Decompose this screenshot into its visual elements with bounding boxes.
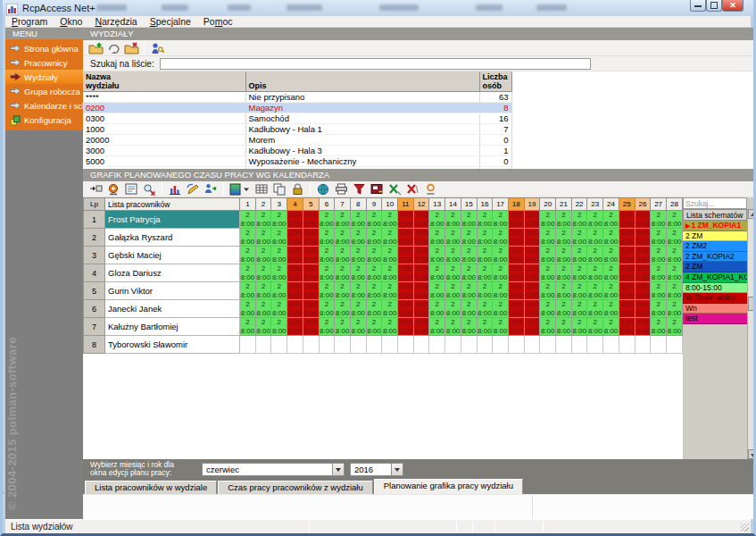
schema-item[interactable]: test <box>683 314 747 324</box>
schedule-cell[interactable]: 28:00 <box>271 229 287 247</box>
schedule-cell[interactable]: 28:00 <box>350 282 366 300</box>
chevron-down-icon[interactable] <box>332 464 344 475</box>
user-status-icon[interactable] <box>421 182 439 197</box>
schedule-cell[interactable]: 28:00 <box>350 264 366 282</box>
schedule-cell[interactable]: 28:00 <box>255 247 271 264</box>
schedule-cell[interactable] <box>350 336 366 354</box>
schedule-cell[interactable]: 28:00 <box>445 318 461 336</box>
schedule-cell[interactable]: 28:00 <box>255 300 271 318</box>
schedule-cell[interactable]: 28:00 <box>571 264 587 282</box>
schedule-cell[interactable]: 28:00 <box>477 247 493 264</box>
day-header[interactable]: 27 <box>651 198 667 211</box>
schedule-cell[interactable]: 28:00 <box>477 211 493 229</box>
menu-specjalne[interactable]: Specjalne <box>144 16 197 27</box>
schedule-cell[interactable]: 28:00 <box>571 229 587 247</box>
day-header[interactable]: 13 <box>429 198 445 211</box>
excel-export-icon[interactable] <box>386 182 403 197</box>
schedule-cell[interactable]: 1000:00 <box>398 282 414 300</box>
schedule-cell[interactable]: 28:00 <box>271 264 287 282</box>
schedule-cell[interactable]: 1000:00 <box>413 282 429 300</box>
schedule-cell[interactable] <box>556 336 572 354</box>
schedule-cell[interactable]: 28:00 <box>603 264 619 282</box>
schedule-cell[interactable]: 28:00 <box>429 300 445 318</box>
day-header[interactable]: 26 <box>635 198 651 211</box>
schedule-cell[interactable]: 28:00 <box>366 229 382 247</box>
sidebar-item-strona-główna[interactable]: Strona główna <box>5 41 83 55</box>
schedule-cell[interactable]: 1000:00 <box>413 300 429 318</box>
schedule-cell[interactable]: 1000:00 <box>524 264 540 282</box>
schedule-cell[interactable]: 28:00 <box>382 264 398 282</box>
schedule-cell[interactable]: 28:00 <box>350 211 366 229</box>
schedule-cell[interactable]: 28:00 <box>271 211 287 229</box>
schedule-cell[interactable]: 28:00 <box>429 211 445 229</box>
schedule-cell[interactable] <box>429 336 445 354</box>
schedule-cell[interactable]: 28:00 <box>651 229 667 247</box>
schedule-cell[interactable]: 28:00 <box>666 211 682 229</box>
schema-item[interactable]: 2 ZM <box>683 262 747 272</box>
schedule-cell[interactable]: 28:00 <box>350 318 366 336</box>
schedule-cell[interactable]: 1000:00 <box>524 300 540 318</box>
export-red-icon[interactable] <box>368 182 386 197</box>
schedule-cell[interactable]: 1000:00 <box>413 247 429 264</box>
schedule-cell[interactable]: 28:00 <box>556 247 572 264</box>
schedule-cell[interactable]: 1000:00 <box>287 318 303 336</box>
chevron-down-icon[interactable] <box>391 464 403 475</box>
schedule-cell[interactable]: 1000:00 <box>413 211 429 229</box>
schema-item[interactable]: 2 ZM <box>683 231 747 242</box>
schedule-cell[interactable]: 28:00 <box>255 264 271 282</box>
year-select[interactable]: 2016 <box>350 463 403 476</box>
schedule-cell[interactable]: 28:00 <box>477 282 493 300</box>
day-header[interactable]: 15 <box>461 198 477 211</box>
schedule-cell[interactable]: 1000:00 <box>303 264 319 282</box>
schedule-cell[interactable]: 1000:00 <box>635 300 651 318</box>
schedule-cell[interactable]: 28:00 <box>445 264 461 282</box>
schedule-cell[interactable]: 28:00 <box>461 229 477 247</box>
schedule-cell[interactable]: 28:00 <box>540 264 556 282</box>
schedule-cell[interactable]: 28:00 <box>666 264 682 282</box>
printer-icon[interactable] <box>332 182 350 197</box>
schedule-cell[interactable]: 28:00 <box>556 318 572 336</box>
worker-name[interactable]: Gloza Dariusz <box>105 264 240 282</box>
schedule-cell[interactable]: 1000:00 <box>619 211 635 229</box>
sidebar-item-kalendarze-i-schematy[interactable]: Kalendarze i schematy <box>5 98 83 113</box>
schedule-cell[interactable]: 28:00 <box>382 318 398 336</box>
schedule-cell[interactable] <box>587 336 603 354</box>
color-scheme-dropdown-icon[interactable] <box>228 182 253 197</box>
schedule-cell[interactable]: 28:00 <box>240 229 256 247</box>
schedule-cell[interactable] <box>524 336 540 354</box>
worker-name[interactable]: Kałużny Bartłomiej <box>105 318 240 336</box>
schedule-cell[interactable]: 28:00 <box>493 264 509 282</box>
schedule-cell[interactable]: 1000:00 <box>508 264 524 282</box>
scrollbar-thumb[interactable] <box>748 297 756 311</box>
day-header[interactable]: 6 <box>319 198 335 211</box>
schedule-cell[interactable]: 28:00 <box>461 282 477 300</box>
schema-item[interactable]: 2 ZM_KOPIA2 <box>683 252 747 263</box>
department-row[interactable]: ****Nie przypisano63 <box>83 92 511 103</box>
schedule-cell[interactable]: 28:00 <box>493 318 509 336</box>
schedule-cell[interactable]: 1000:00 <box>287 264 303 282</box>
worker-lp[interactable]: 8 <box>84 336 105 354</box>
schedule-cell[interactable]: 28:00 <box>540 318 556 336</box>
schedule-cell[interactable]: 28:00 <box>461 211 477 229</box>
schedule-cell[interactable]: 28:00 <box>335 282 351 300</box>
schedule-cell[interactable] <box>382 336 398 354</box>
schedule-cell[interactable]: 28:00 <box>445 211 461 229</box>
schedule-cell[interactable]: 28:00 <box>651 264 667 282</box>
schedule-cell[interactable]: 28:00 <box>540 282 556 300</box>
schedule-cell[interactable]: 28:00 <box>540 211 556 229</box>
schedule-cell[interactable]: 28:00 <box>445 300 461 318</box>
schedule-cell[interactable] <box>493 336 509 354</box>
schedule-cell[interactable]: 1000:00 <box>619 229 635 247</box>
schedule-cell[interactable]: 28:00 <box>666 282 682 300</box>
schedule-cell[interactable]: 28:00 <box>445 282 461 300</box>
schedule-cell[interactable] <box>477 336 493 354</box>
schedule-cell[interactable]: 28:00 <box>461 300 477 318</box>
folder-remove-icon[interactable] <box>122 41 140 55</box>
schedule-cell[interactable] <box>461 336 477 354</box>
schedule-cell[interactable]: 28:00 <box>240 282 256 300</box>
globe-icon[interactable] <box>314 182 332 197</box>
schedule-cell[interactable] <box>287 336 303 354</box>
excel-delete-icon[interactable] <box>403 182 421 197</box>
schedule-cell[interactable]: 28:00 <box>651 211 667 229</box>
day-header[interactable]: 10 <box>382 198 398 211</box>
